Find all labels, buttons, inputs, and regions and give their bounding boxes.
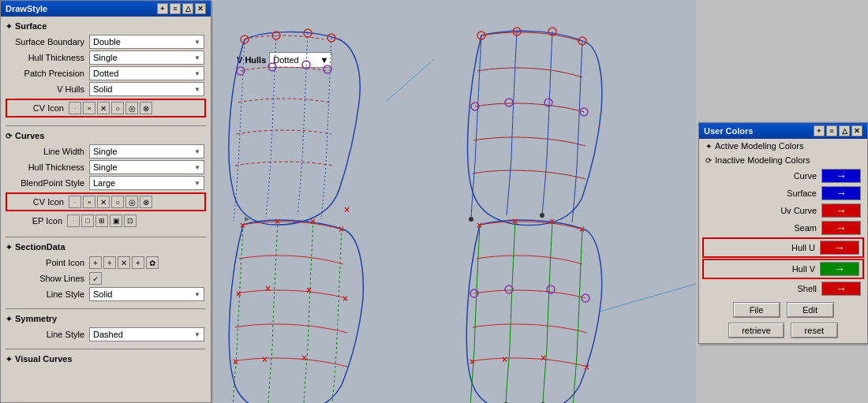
v-hulls-row: V Hulls Solid ▼: [1, 81, 211, 97]
pt-arrow-btn[interactable]: +: [132, 256, 144, 269]
cv-small-x-btn[interactable]: ×: [83, 102, 95, 114]
v-hulls-select[interactable]: Solid ▼: [89, 82, 204, 96]
hull-v-swatch[interactable]: →: [820, 262, 859, 276]
surface-section-body: Surface Boundary Double ▼ Hull Thickness…: [1, 32, 211, 122]
titlebar-add-btn[interactable]: +: [157, 3, 168, 14]
line-style-select[interactable]: Solid ▼: [89, 287, 204, 301]
dropdown-arrow-icon: ▼: [194, 164, 200, 171]
active-colors-header[interactable]: ✦ Active Modeling Colors: [699, 139, 867, 153]
file-button[interactable]: File: [733, 302, 780, 318]
show-lines-row: Show Lines ✓: [1, 271, 211, 286]
titlebar-min-btn[interactable]: △: [182, 3, 193, 14]
curves-cv-big-x-btn[interactable]: ✕: [97, 196, 110, 208]
edit-button[interactable]: Edit: [787, 302, 834, 318]
blendpoint-label: BlendPoint Style: [10, 178, 89, 188]
hull-v-label: Hull V: [707, 264, 820, 274]
curves-linewidth-select[interactable]: Single ▼: [89, 144, 204, 159]
cv-big-x-btn[interactable]: ✕: [97, 102, 110, 114]
drawstyle-title: DrawStyle: [6, 4, 47, 13]
usercolors-title: User Colors: [704, 126, 753, 136]
pt-plus-btn[interactable]: +: [89, 256, 102, 269]
titlebar-buttons: + ≡ △ ✕: [157, 3, 206, 14]
dropdown-arrow-icon: ▼: [194, 331, 200, 338]
sectiondata-header[interactable]: ✦ SectionData: [1, 241, 211, 253]
canvas-area: V Hulls Dotted ▼: [213, 0, 696, 403]
ep-grid-btn[interactable]: ⊞: [95, 215, 108, 227]
cv-dot-btn[interactable]: ·: [69, 102, 81, 114]
svg-text:×: ×: [342, 293, 348, 304]
cv-circle-dot-btn[interactable]: ◎: [125, 102, 138, 114]
svg-text:×: ×: [549, 216, 555, 227]
curve-color-row: Curve →: [699, 167, 867, 185]
blendpoint-select[interactable]: Large ▼: [89, 176, 204, 190]
pt-gear-btn[interactable]: ✿: [146, 256, 159, 269]
visual-curves-header[interactable]: ✦ Visual Curves: [1, 353, 211, 365]
hull-v-arrow-icon: →: [834, 263, 845, 275]
hull-u-swatch[interactable]: →: [820, 241, 859, 255]
sectiondata-body: Point Icon + + ✕ + ✿ Show Lines ✓ Line S…: [1, 253, 211, 305]
curves-linewidth-label: Line Width: [10, 147, 89, 156]
svg-text:×: ×: [233, 356, 238, 368]
uc-min-btn[interactable]: △: [839, 125, 850, 136]
curve-color-swatch[interactable]: →: [821, 169, 861, 183]
surface-boundary-select[interactable]: Double ▼: [89, 35, 204, 49]
patch-precision-row: Patch Precision Dotted ▼: [1, 65, 211, 81]
curves-cv-circle-x-btn[interactable]: ⊗: [140, 196, 152, 208]
svg-text:×: ×: [579, 224, 585, 235]
pt-plus2-btn[interactable]: +: [103, 256, 116, 269]
uc-close-btn[interactable]: ✕: [851, 125, 862, 136]
seam-color-row: Seam →: [699, 219, 867, 237]
surface-boundary-row: Surface Boundary Double ▼: [1, 34, 211, 50]
svg-text:×: ×: [265, 283, 271, 294]
cv-circle-x-btn[interactable]: ⊗: [140, 102, 152, 114]
surface-color-swatch[interactable]: →: [821, 186, 861, 200]
cv-circle-btn[interactable]: ○: [111, 102, 124, 114]
patch-precision-select[interactable]: Dotted ▼: [89, 66, 204, 80]
retrieve-button[interactable]: retrieve: [728, 323, 784, 338]
symmetry-linestyle-select[interactable]: Dashed ▼: [89, 327, 204, 341]
surface-arrow-icon: →: [836, 187, 847, 200]
surface-cv-icon-row: CV Icon · × ✕ ○ ◎ ⊗: [6, 99, 206, 118]
reset-button[interactable]: reset: [791, 323, 838, 338]
svg-point-17: [469, 217, 473, 222]
uvcurve-color-label: Uv Curve: [705, 206, 821, 215]
svg-text:×: ×: [502, 354, 507, 365]
titlebar-close-btn[interactable]: ✕: [195, 3, 206, 14]
symmetry-header[interactable]: ✦ Symmetry: [1, 312, 211, 325]
hull-u-highlighted-row: Hull U →: [702, 237, 864, 258]
curves-cv-small-x-btn[interactable]: ×: [83, 196, 95, 208]
hull-thickness-select[interactable]: Single ▼: [89, 50, 204, 65]
titlebar-list-btn[interactable]: ≡: [170, 3, 181, 14]
ep-square-btn[interactable]: □: [81, 215, 94, 227]
curves-cv-circle-dot-btn[interactable]: ◎: [125, 196, 138, 208]
show-lines-check[interactable]: ✓: [89, 272, 102, 285]
uvcurve-color-swatch[interactable]: →: [821, 203, 861, 218]
line-style-row: Line Style Solid ▼: [1, 286, 211, 302]
shell-color-swatch[interactable]: →: [821, 282, 861, 296]
ep-plus-sq-btn[interactable]: ⊡: [124, 215, 137, 227]
usercolors-titlebar: User Colors + ≡ △ ✕: [699, 123, 867, 139]
curves-cv-circle-btn[interactable]: ○: [111, 196, 124, 208]
section-divider: [6, 125, 206, 126]
hull-thickness-row: Hull Thickness Single ▼: [1, 50, 211, 65]
surface-section-header[interactable]: ✦ Surface: [1, 20, 211, 32]
inactive-colors-arrow-icon: ⟳: [705, 156, 712, 165]
inactive-colors-label: Inactive Modeling Colors: [715, 155, 810, 165]
pt-cross-btn[interactable]: ✕: [118, 256, 130, 269]
ep-dot-btn[interactable]: ·: [67, 215, 80, 227]
uc-list-btn[interactable]: ≡: [826, 125, 837, 136]
curves-cv-icon-row: CV Icon · × ✕ ○ ◎ ⊗: [6, 192, 206, 211]
curves-cv-dot-btn[interactable]: ·: [69, 196, 81, 208]
inactive-colors-header[interactable]: ⟳ Inactive Modeling Colors: [699, 153, 867, 167]
uc-add-btn[interactable]: +: [814, 125, 825, 136]
symmetry-label: Symmetry: [15, 314, 57, 323]
curves-hull-select[interactable]: Single ▼: [89, 160, 204, 174]
drawstyle-panel: DrawStyle + ≡ △ ✕ ✦ Surface Surface Boun…: [0, 0, 211, 403]
point-icon-label: Point Icon: [10, 258, 89, 267]
seam-color-swatch[interactable]: →: [821, 221, 861, 235]
svg-line-48: [387, 59, 434, 101]
ep-filled-sq-btn[interactable]: ▣: [110, 215, 122, 227]
curves-section-body: Line Width Single ▼ Hull Thickness Singl…: [1, 142, 211, 233]
curves-section-header[interactable]: ⟳ Curves: [1, 129, 211, 142]
dropdown-arrow-icon: ▼: [194, 39, 200, 46]
